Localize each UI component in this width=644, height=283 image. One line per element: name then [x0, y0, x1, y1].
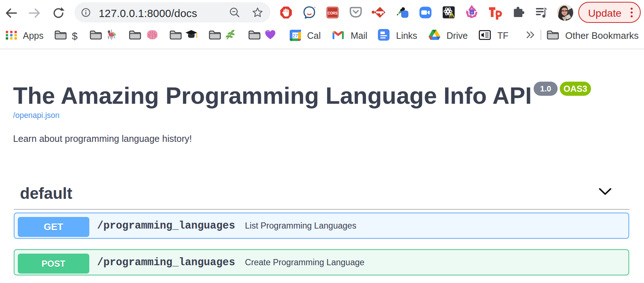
svg-text:27: 27 — [293, 33, 298, 38]
svg-text:™: ™ — [314, 7, 315, 9]
svg-text:CORS: CORS — [328, 11, 338, 15]
